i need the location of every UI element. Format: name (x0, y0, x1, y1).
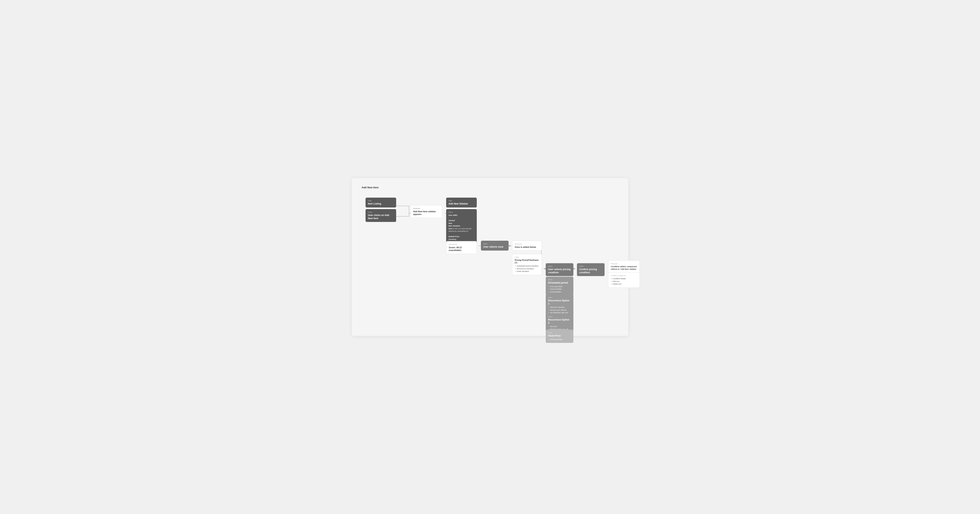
sidebar-response-node: Response Add New Item sidebar appears (410, 205, 442, 218)
pricing-fields-list: Scheduled period checkbox Recurrence che… (515, 265, 539, 273)
scheduled-period-list: Price input field Start time/date End ti… (548, 285, 571, 293)
confirm-pricing-title: Confirm pricing condition (579, 268, 602, 274)
flow-container: Page Item Listing Action User clicks on … (361, 194, 619, 328)
user-clicks-node: Action User clicks on Add New Item (366, 209, 396, 222)
scheduled-period-item-2: Start time/date (548, 288, 571, 291)
user-clicks-label: Action (368, 211, 394, 213)
item-listing-title: Item Listing (368, 202, 394, 205)
scheduled-period-node: Action Scheduled period Price input fiel… (546, 277, 573, 295)
add-new-sidebar-page-label: Page (449, 200, 474, 202)
default-field-title: Zones: All (3 unavailable) (449, 246, 474, 252)
user-selects-pricing-node: Action User selects pricing condition (546, 263, 573, 276)
recurrence-option2-label: Action (548, 316, 571, 318)
condition-component-node: Condition Component Condition details Ed… (608, 272, 640, 288)
item-listing-node: Page Item Listing (366, 197, 396, 207)
user-selects-pricing-title: User selects pricing condition (548, 268, 571, 274)
pricing-field-item-3: Fixed checkbox (515, 270, 539, 273)
default-field-label: Default field (449, 243, 474, 245)
recurrence-option1-item-2: Set price per interval (548, 309, 571, 312)
scheduled-period-label: Action (548, 278, 571, 281)
confirm-pricing-label: Action (579, 265, 602, 267)
add-new-sidebar-page-title: Add New Sidebar (449, 202, 474, 205)
condition-component-item-1: Condition details (611, 277, 637, 280)
fixed-price-item-1: Price input field (548, 338, 571, 341)
item-listing-label: Page (368, 200, 394, 202)
condition-component-item-3: Delete icon (611, 283, 637, 286)
user-adds-body: User adds: Vertical Item Item Variation … (449, 214, 474, 241)
zone-added-below-title: Zone is added below (515, 246, 539, 248)
user-adds-label: Action (449, 211, 474, 213)
condition-added-response-title: Condition added, component reflects in '… (611, 266, 637, 271)
add-new-sidebar-page-node: Page Add New Sidebar (446, 197, 477, 207)
user-selects-zone-node: Action User selects zone (481, 241, 509, 251)
user-selects-zone-label: Action (483, 243, 506, 245)
fixed-price-list: Price input field (548, 338, 571, 341)
recurrence-option2-title: Recurrence Option 2 (548, 318, 571, 325)
page-title: Add New Item (361, 186, 619, 189)
pricing-fields-node: Fields Pricing Period/Timeframe (?) Sche… (512, 254, 542, 275)
fixed-price-node: Action Fixed Price Price input field (546, 329, 573, 343)
pricing-field-item-1: Scheduled period checkbox (515, 265, 539, 267)
condition-component-item-2: Edit icon (611, 280, 637, 283)
scheduled-period-item-1: Price input field (548, 285, 571, 288)
confirm-pricing-node: Action Confirm pricing condition (577, 263, 605, 276)
scheduled-period-title: Scheduled period (548, 282, 571, 285)
user-clicks-title: User clicks on Add New Item (368, 214, 394, 220)
recurrence-option1-label: Action (548, 296, 571, 299)
recurrence-option1-title: Recurrence Option 1 (548, 299, 571, 305)
pricing-fields-title: Pricing Period/Timeframe (?) (515, 259, 539, 264)
zone-added-below-label: Response (515, 243, 539, 245)
arrows-svg (361, 194, 619, 328)
fixed-price-title: Fixed Price (548, 334, 571, 337)
canvas: Add New Item (352, 178, 628, 336)
recurrence-option1-item-1: Mon/Sun calendar (548, 306, 571, 309)
pricing-fields-label: Fields (515, 256, 539, 258)
fixed-price-label: Action (548, 332, 571, 334)
default-field-node: Default field Zones: All (3 unavailable) (446, 241, 477, 254)
condition-component-label: Condition Component (611, 274, 637, 277)
recurrence-option2-item-1: Set price (548, 325, 571, 328)
condition-component-list: Condition details Edit icon Delete icon (611, 277, 637, 286)
user-selects-zone-title: User selects zone (483, 245, 506, 248)
sidebar-response-label: Response (413, 207, 440, 210)
scheduled-period-item-3: End time/date (548, 291, 571, 293)
condition-added-response-node: Response Condition added, component refl… (608, 261, 640, 272)
sidebar-response-title: Add New Item sidebar appears (413, 210, 440, 216)
condition-added-response-label: Response (611, 263, 637, 265)
pricing-field-item-2: Recurrence checkbox (515, 267, 539, 271)
user-selects-pricing-label: Action (548, 265, 571, 267)
zone-added-below-node: Response Zone is added below (512, 241, 542, 251)
